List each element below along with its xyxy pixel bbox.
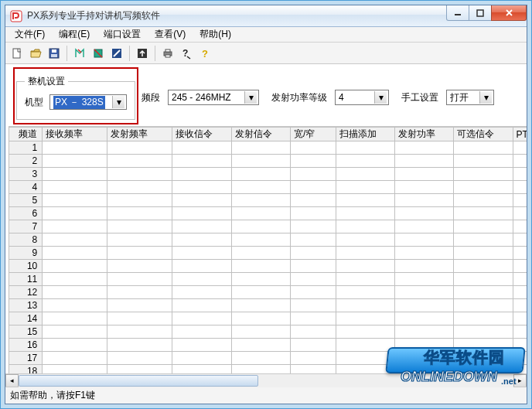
cell[interactable] xyxy=(172,339,231,352)
cell[interactable] xyxy=(394,312,453,325)
cell[interactable] xyxy=(454,312,513,325)
cell[interactable] xyxy=(172,247,231,260)
close-button[interactable] xyxy=(491,5,527,21)
cell[interactable] xyxy=(107,352,172,365)
cell[interactable] xyxy=(107,155,172,168)
cell[interactable] xyxy=(43,220,107,233)
row-header[interactable]: 10 xyxy=(9,260,43,273)
cell[interactable] xyxy=(231,325,290,339)
maximize-button[interactable] xyxy=(469,5,492,21)
power-select[interactable]: 4 ▾ xyxy=(335,90,389,105)
cell[interactable] xyxy=(394,352,453,365)
cell[interactable] xyxy=(513,260,527,273)
row-header[interactable]: 11 xyxy=(9,273,43,286)
cell[interactable] xyxy=(513,273,527,286)
cell[interactable] xyxy=(394,365,453,374)
col-header[interactable]: 发射频率 xyxy=(107,128,172,141)
menu-view[interactable]: 查看(V) xyxy=(148,27,192,42)
cell[interactable] xyxy=(231,141,290,155)
model-select[interactable]: PX － 328S ▾ xyxy=(49,94,127,110)
cell[interactable] xyxy=(107,273,172,286)
cell[interactable] xyxy=(290,312,336,325)
table-row[interactable]: 8 xyxy=(9,233,527,247)
cell[interactable] xyxy=(290,181,336,194)
cell[interactable] xyxy=(336,220,394,233)
cell[interactable] xyxy=(43,339,107,352)
cell[interactable] xyxy=(290,273,336,286)
cell[interactable] xyxy=(290,299,336,312)
col-header[interactable]: 接收频率 xyxy=(43,128,107,141)
cell[interactable] xyxy=(454,273,513,286)
col-header[interactable]: 接收信令 xyxy=(172,128,231,141)
cell[interactable] xyxy=(336,299,394,312)
cell[interactable] xyxy=(231,155,290,168)
cell[interactable] xyxy=(454,365,513,374)
cell[interactable] xyxy=(513,365,527,374)
cell[interactable] xyxy=(43,312,107,325)
cell[interactable] xyxy=(394,299,453,312)
cell[interactable] xyxy=(43,352,107,365)
scroll-right-button[interactable]: ▸ xyxy=(513,374,527,387)
cell[interactable] xyxy=(43,325,107,339)
cell[interactable] xyxy=(513,194,527,207)
cell[interactable] xyxy=(231,286,290,299)
cell[interactable] xyxy=(231,352,290,365)
cell[interactable] xyxy=(454,220,513,233)
cell[interactable] xyxy=(513,233,527,247)
table-row[interactable]: 5 xyxy=(9,194,527,207)
cell[interactable] xyxy=(107,181,172,194)
cell[interactable] xyxy=(172,273,231,286)
cell[interactable] xyxy=(394,181,453,194)
cell[interactable] xyxy=(336,181,394,194)
cell[interactable] xyxy=(513,325,527,339)
cell[interactable] xyxy=(231,299,290,312)
menu-port[interactable]: 端口设置 xyxy=(97,27,147,42)
row-header[interactable]: 18 xyxy=(9,365,43,374)
table-row[interactable]: 16 xyxy=(9,339,527,352)
table-row[interactable]: 10 xyxy=(9,260,527,273)
band-select[interactable]: 245 - 246MHZ ▾ xyxy=(168,90,259,105)
cell[interactable] xyxy=(336,233,394,247)
cell[interactable] xyxy=(231,365,290,374)
cell[interactable] xyxy=(513,155,527,168)
cell[interactable] xyxy=(454,247,513,260)
row-header[interactable]: 14 xyxy=(9,312,43,325)
folder-open-icon[interactable] xyxy=(27,45,44,62)
cell[interactable] xyxy=(513,168,527,181)
cell[interactable] xyxy=(336,273,394,286)
row-header[interactable]: 5 xyxy=(9,194,43,207)
cell[interactable] xyxy=(394,141,453,155)
row-header[interactable]: 3 xyxy=(9,168,43,181)
cell[interactable] xyxy=(290,339,336,352)
cell[interactable] xyxy=(231,207,290,220)
cell[interactable] xyxy=(394,339,453,352)
cell[interactable] xyxy=(513,286,527,299)
cell[interactable] xyxy=(43,273,107,286)
cell[interactable] xyxy=(231,194,290,207)
cell[interactable] xyxy=(290,247,336,260)
table-row[interactable]: 11 xyxy=(9,273,527,286)
cell[interactable] xyxy=(43,168,107,181)
table-row[interactable]: 4 xyxy=(9,181,527,194)
cell[interactable] xyxy=(107,312,172,325)
cell[interactable] xyxy=(172,141,231,155)
cell[interactable] xyxy=(231,312,290,325)
cell[interactable] xyxy=(231,168,290,181)
print-icon[interactable] xyxy=(159,45,176,62)
menu-help[interactable]: 帮助(H) xyxy=(193,27,237,42)
col-header[interactable]: 发射信令 xyxy=(231,128,290,141)
col-header[interactable]: 频道 xyxy=(9,128,43,141)
manual-select[interactable]: 打开 ▾ xyxy=(446,90,494,105)
cell[interactable] xyxy=(290,141,336,155)
cell[interactable] xyxy=(107,194,172,207)
cell[interactable] xyxy=(454,168,513,181)
cell[interactable] xyxy=(336,141,394,155)
menu-edit[interactable]: 编程(E) xyxy=(53,27,96,42)
cell[interactable] xyxy=(290,352,336,365)
cell[interactable] xyxy=(231,339,290,352)
table-row[interactable]: 17 xyxy=(9,352,527,365)
table-row[interactable]: 2 xyxy=(9,155,527,168)
link-icon[interactable] xyxy=(108,45,125,62)
col-header[interactable]: 扫描添加 xyxy=(336,128,394,141)
cell[interactable] xyxy=(394,260,453,273)
